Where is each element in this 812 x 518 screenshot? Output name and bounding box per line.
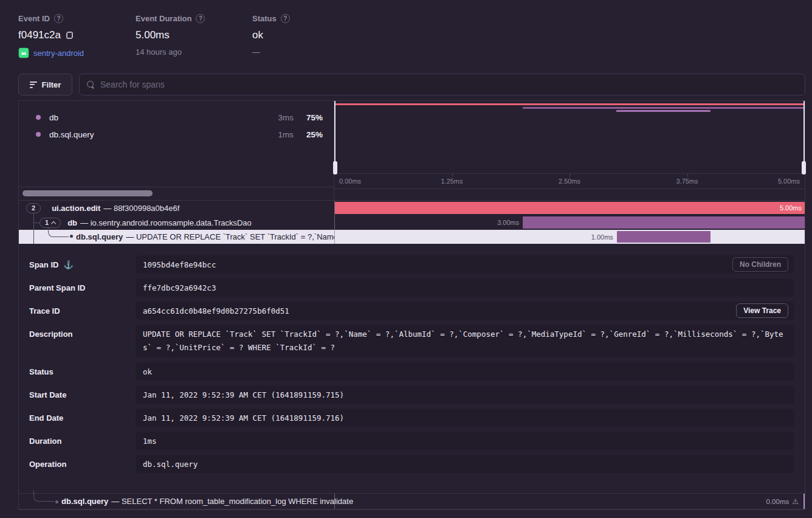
children-count: 2 — [32, 204, 35, 212]
status-value: ok — [252, 29, 263, 41]
detail-row-start-date: Start Date Jan 11, 2022 9:52:39 AM CET (… — [19, 385, 805, 404]
minimap-strip — [334, 188, 805, 200]
detail-value-box: ffe7dbc92a6942c3 — [136, 278, 794, 297]
search-box[interactable] — [79, 74, 805, 95]
detail-value-box: Jan 11, 2022 9:52:39 AM CET (1641891159.… — [136, 385, 794, 404]
time-axis: 0.00ms 1.25ms 2.50ms 3.75ms 5.00ms — [334, 173, 805, 188]
op-duration: 1ms — [264, 130, 294, 139]
span-bar[interactable] — [523, 216, 805, 229]
help-icon[interactable] — [54, 14, 63, 23]
span-row-db-sql-query-selected[interactable]: db.sql.query — UPDATE OR REPLACE `Track`… — [19, 230, 805, 244]
copy-icon[interactable] — [66, 32, 73, 39]
detail-label: Start Date — [29, 390, 66, 399]
axis-tick-label: 2.50ms — [559, 178, 580, 185]
help-icon[interactable] — [196, 14, 205, 23]
axis-tick-label: 5.00ms — [778, 178, 800, 185]
tree-leaf-bullet — [55, 500, 58, 503]
children-count-badge[interactable]: 1 — [40, 218, 61, 228]
detail-label: Parent Span ID — [29, 283, 85, 292]
span-bar[interactable] — [617, 231, 711, 243]
span-row-select-query[interactable]: db.sql.query — SELECT * FROM room_table_… — [19, 493, 805, 509]
detail-row-status: Status ok — [19, 362, 805, 381]
event-duration-column: Event Duration 5.00ms 14 hours ago — [136, 14, 205, 57]
event-id-column: Event ID f0491c2a sentry-android — [18, 14, 84, 58]
minimap-left-grip[interactable] — [333, 161, 337, 174]
operation-value: db.sql.query — [143, 460, 198, 469]
children-count-badge[interactable]: 2 — [26, 203, 41, 213]
tree-guide-elbow — [33, 490, 54, 502]
detail-label: Span ID — [29, 260, 58, 269]
detail-value-box: 1095bd4ef8e94bcc No Children — [136, 255, 794, 274]
status-column: Status ok — — [252, 14, 290, 57]
event-duration-label: Event Duration — [136, 14, 205, 23]
detail-label: Description — [29, 330, 73, 339]
minimap-pane[interactable]: 0.00ms 1.25ms 2.50ms 3.75ms 5.00ms — [334, 101, 805, 200]
ops-breakdown-pane: db 3ms 75% db.sql.query 1ms 25% — [19, 101, 334, 200]
ops-breakdown-row[interactable]: db.sql.query 1ms 25% — [19, 126, 334, 143]
minimap-right-grip[interactable] — [802, 161, 806, 174]
op-duration: 3ms — [264, 113, 294, 122]
ops-breakdown-row[interactable]: db 3ms 75% — [19, 109, 334, 126]
event-duration-value: 5.00ms — [136, 29, 170, 41]
description-value: UPDATE OR REPLACE `Track` SET `TrackId` … — [143, 330, 783, 352]
detail-value-box: db.sql.query — [136, 455, 794, 473]
span-tree: 2 ui.action.edit — 88f300998a0b4e6f 5.00… — [19, 200, 805, 243]
span-bar[interactable]: 5.00ms — [335, 202, 805, 214]
span-id-value: 1095bd4ef8e94bcc — [143, 260, 216, 269]
filter-button[interactable]: Filter — [18, 74, 72, 95]
warning-icon — [792, 497, 799, 506]
horizontal-scrollbar-thumb[interactable] — [22, 190, 153, 196]
end-date-value: Jan 11, 2022 9:52:39 AM CET (1641891159.… — [143, 413, 344, 423]
detail-row-trace-id: Trace ID a654cc61dc0b48ef9d0b27275b6f0d5… — [19, 302, 805, 320]
event-time-ago: 14 hours ago — [136, 47, 182, 57]
project-row: sentry-android — [18, 47, 84, 58]
project-link[interactable]: sentry-android — [33, 49, 84, 58]
status-label: Status — [252, 14, 290, 23]
span-description: — UPDATE OR REPLACE `Track` SET `TrackId… — [126, 232, 334, 241]
op-color-dot — [36, 115, 41, 120]
filter-icon — [30, 81, 37, 88]
span-duration: 3.00ms — [497, 215, 523, 230]
horizontal-scrollbar-track[interactable] — [19, 187, 334, 200]
timeline-cursor — [803, 494, 805, 509]
detail-label: Duration — [29, 437, 61, 446]
event-id-value: f0491c2a — [18, 29, 61, 41]
minimap-chart[interactable] — [334, 101, 805, 173]
op-color-dot — [36, 132, 41, 137]
status-detail-value: ok — [143, 367, 152, 376]
view-trace-button[interactable]: View Trace — [736, 303, 788, 318]
axis-tick-label: 1.25ms — [441, 178, 463, 185]
parent-span-id-value: ffe7dbc92a6942c3 — [143, 283, 216, 292]
detail-label: Status — [29, 367, 53, 376]
start-date-value: Jan 11, 2022 9:52:39 AM CET (1641891159.… — [143, 390, 344, 399]
anchor-icon[interactable] — [63, 260, 73, 269]
span-row-ui-action-edit[interactable]: 2 ui.action.edit — 88f300998a0b4e6f 5.00… — [19, 201, 805, 215]
event-id-value-row: f0491c2a — [18, 29, 84, 41]
filter-button-label: Filter — [42, 80, 61, 89]
op-name: db.sql.query — [49, 130, 264, 139]
axis-tick-label: 3.75ms — [676, 178, 698, 185]
event-id-label: Event ID — [18, 14, 84, 23]
detail-value-box: a654cc61dc0b48ef9d0b27275b6f0d51 View Tr… — [136, 302, 794, 320]
span-op: ui.action.edit — [52, 204, 100, 213]
chevron-up-icon — [51, 221, 56, 226]
axis-tick-label: 0.00ms — [339, 178, 361, 185]
op-percent: 25% — [294, 130, 323, 139]
column-divider[interactable] — [334, 494, 335, 509]
op-name: db — [49, 113, 264, 122]
span-description: — 88f300998a0b4e6f — [103, 204, 179, 213]
android-project-icon — [18, 47, 29, 58]
span-duration: 1.00ms — [591, 230, 617, 244]
trace-id-value: a654cc61dc0b48ef9d0b27275b6f0d51 — [143, 306, 289, 316]
detail-row-span-id: Span ID 1095bd4ef8e94bcc No Children — [19, 255, 805, 274]
minimap-bar-db — [523, 107, 805, 109]
no-children-button[interactable]: No Children — [732, 257, 788, 272]
help-icon[interactable] — [281, 14, 290, 23]
span-row-db[interactable]: 1 db — io.sentry.android.roomsample.data… — [19, 215, 805, 230]
minimap-bar-ui-action-edit — [334, 103, 805, 105]
span-description: — io.sentry.android.roomsample.data.Trac… — [80, 218, 252, 227]
search-input[interactable] — [100, 80, 797, 89]
detail-value-box: UPDATE OR REPLACE `Track` SET `TrackId` … — [136, 325, 794, 357]
status-label-text: Status — [252, 14, 277, 23]
minimap-bar-db-sql-query — [616, 110, 710, 112]
